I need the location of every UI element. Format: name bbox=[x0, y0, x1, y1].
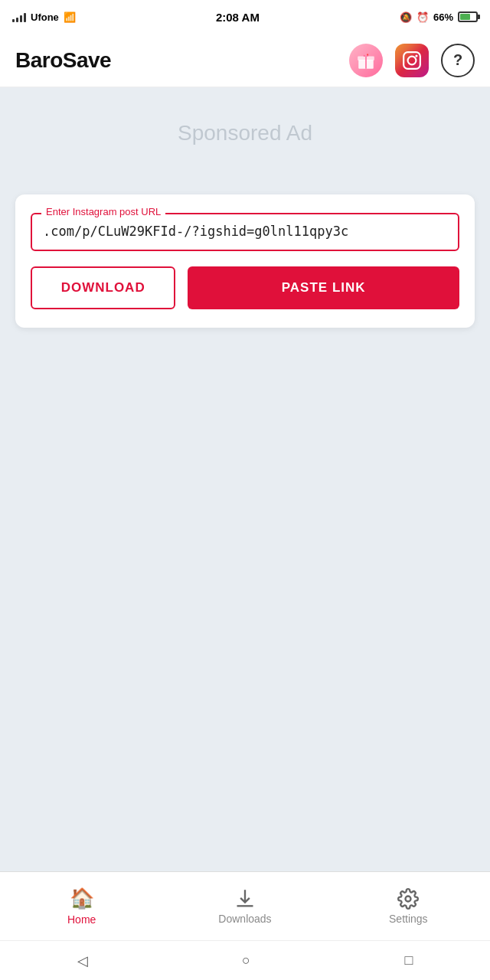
battery-icon bbox=[458, 11, 478, 22]
home-label: Home bbox=[67, 913, 96, 926]
app-header: BaroSave ? bbox=[0, 34, 490, 87]
nav-item-settings[interactable]: Settings bbox=[327, 880, 490, 933]
question-icon: ? bbox=[453, 51, 462, 69]
downloads-icon bbox=[234, 888, 256, 910]
app-logo: BaroSave bbox=[15, 48, 111, 73]
download-button[interactable]: DOWNLOAD bbox=[31, 266, 175, 309]
svg-point-3 bbox=[367, 54, 368, 55]
nav-item-home[interactable]: 🏠 Home bbox=[0, 879, 163, 933]
buttons-row: DOWNLOAD PASTE LINK bbox=[31, 266, 459, 309]
url-input[interactable] bbox=[43, 224, 447, 239]
url-input-label: Enter Instagram post URL bbox=[41, 206, 165, 217]
home-icon: 🏠 bbox=[70, 887, 94, 910]
main-card: Enter Instagram post URL DOWNLOAD PASTE … bbox=[15, 194, 475, 328]
recents-button[interactable]: □ bbox=[386, 946, 431, 975]
ad-area: Sponsored Ad bbox=[0, 87, 490, 179]
paste-link-button[interactable]: PASTE LINK bbox=[188, 266, 459, 309]
help-button[interactable]: ? bbox=[441, 44, 475, 77]
svg-rect-4 bbox=[403, 52, 420, 69]
settings-icon bbox=[397, 888, 419, 910]
gift-button[interactable] bbox=[349, 44, 383, 77]
status-right: 🔕 ⏰ 66% bbox=[400, 11, 478, 23]
gift-icon bbox=[356, 51, 376, 70]
instagram-icon bbox=[402, 51, 422, 70]
svg-point-7 bbox=[406, 896, 411, 901]
status-time: 2:08 AM bbox=[216, 11, 260, 24]
ad-text: Sponsored Ad bbox=[178, 121, 312, 145]
url-input-wrapper: Enter Instagram post URL bbox=[31, 213, 459, 251]
battery-percent: 66% bbox=[433, 11, 453, 23]
nav-item-downloads[interactable]: Downloads bbox=[163, 880, 326, 933]
instagram-button[interactable] bbox=[395, 44, 429, 77]
status-bar: Ufone 📶 2:08 AM 🔕 ⏰ 66% bbox=[0, 0, 490, 34]
bottom-nav: 🏠 Home Downloads Settings bbox=[0, 871, 490, 940]
android-nav-bar: ◁ ○ □ bbox=[0, 940, 490, 980]
alarm-icon: ⏰ bbox=[416, 11, 429, 23]
home-button[interactable]: ○ bbox=[224, 946, 269, 975]
settings-label: Settings bbox=[389, 913, 428, 925]
header-icons: ? bbox=[349, 44, 475, 77]
svg-point-6 bbox=[415, 54, 417, 57]
mute-icon: 🔕 bbox=[400, 11, 412, 23]
carrier-name: Ufone bbox=[31, 11, 59, 23]
status-left: Ufone 📶 bbox=[12, 11, 76, 23]
svg-point-5 bbox=[408, 56, 416, 64]
wifi-icon: 📶 bbox=[64, 11, 76, 23]
signal-icon bbox=[12, 11, 26, 22]
back-button[interactable]: ◁ bbox=[59, 946, 106, 975]
main-content: Enter Instagram post URL DOWNLOAD PASTE … bbox=[0, 179, 490, 871]
downloads-label: Downloads bbox=[218, 913, 271, 925]
